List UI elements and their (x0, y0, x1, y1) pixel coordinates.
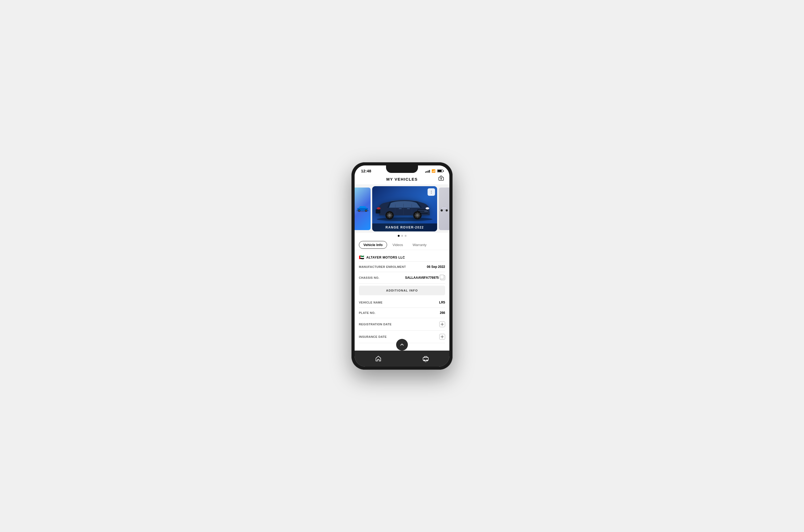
carousel-next-item (439, 188, 450, 230)
add-vehicle-button[interactable] (438, 175, 444, 183)
carousel-main-item[interactable]: RANGE ROVER-2022 ⋮ (372, 186, 437, 231)
prev-car-image (354, 188, 370, 230)
page-title: MY VEHICLES (386, 177, 418, 182)
add-insurance-date-button[interactable] (439, 334, 445, 340)
svg-rect-36 (424, 211, 428, 212)
chassis-number-row: CHASSIS NO. SALLAAAV6FA776975 (359, 272, 445, 284)
dot-3[interactable] (405, 235, 406, 237)
manufacturer-enrolment-label: MANUFACTURER ENROLMENT (359, 265, 406, 268)
status-time: 12:48 (361, 169, 371, 173)
manufacturer-enrolment-row: MANUFACTURER ENROLMENT 06 Sep 2022 (359, 262, 445, 272)
plate-number-value: 266 (440, 311, 445, 315)
app-header: MY VEHICLES (354, 175, 450, 185)
nav-home-button[interactable] (354, 355, 402, 362)
signal-bar-2 (426, 171, 427, 173)
nav-vehicles-button[interactable] (402, 355, 450, 362)
additional-info-button[interactable]: ADDITIONAL INFO (359, 286, 445, 295)
phone-screen: 12:48 📶 MY VEHICLES (354, 166, 450, 366)
carousel-prev-item (354, 188, 370, 230)
svg-point-38 (441, 209, 443, 211)
registration-date-row: REGISTRATION DATE (359, 318, 445, 331)
signal-bar-1 (425, 172, 426, 173)
next-car-image (439, 188, 450, 230)
tabs-container: Vehicle Info Videos Warranty (354, 239, 450, 250)
svg-point-6 (366, 210, 367, 211)
notch (386, 166, 418, 173)
phone-frame: 12:48 📶 MY VEHICLES (351, 162, 453, 370)
battery-fill (438, 170, 442, 172)
registration-date-label: REGISTRATION DATE (359, 323, 391, 326)
insurance-date-label: INSURANCE DATE (359, 335, 387, 338)
uae-flag-icon: 🇦🇪 (359, 255, 364, 260)
chassis-number-label: CHASSIS NO. (359, 276, 379, 279)
signal-icon (425, 169, 430, 173)
signal-bar-3 (428, 171, 428, 173)
bottom-nav (354, 350, 450, 366)
main-content: RANGE ROVER-2022 ⋮ (354, 185, 450, 350)
battery-icon (437, 169, 443, 172)
svg-point-5 (359, 210, 360, 211)
svg-rect-34 (399, 208, 401, 209)
svg-point-7 (377, 217, 432, 221)
tab-vehicle-info[interactable]: Vehicle Info (359, 241, 387, 249)
tab-videos[interactable]: Videos (388, 241, 407, 249)
dot-1[interactable] (398, 235, 400, 237)
svg-point-39 (446, 209, 448, 211)
carousel-track: RANGE ROVER-2022 ⋮ (354, 185, 450, 233)
svg-rect-11 (376, 209, 380, 214)
copy-chassis-button[interactable] (440, 275, 445, 280)
plate-number-label: PLATE NO. (359, 311, 376, 315)
car-label: RANGE ROVER-2022 (372, 224, 437, 231)
plate-number-row: PLATE NO. 266 (359, 308, 445, 318)
dot-2[interactable] (401, 235, 403, 237)
wifi-icon: 📶 (432, 169, 436, 173)
svg-point-14 (377, 207, 380, 210)
carousel-menu-button[interactable]: ⋮ (427, 188, 435, 196)
svg-rect-35 (407, 208, 410, 209)
add-registration-date-button[interactable] (439, 321, 445, 327)
signal-bar-4 (429, 170, 430, 173)
vehicle-name-label: VEHICLE NAME (359, 301, 383, 304)
carousel-dots (354, 233, 450, 239)
status-icons: 📶 (425, 169, 443, 173)
fab-scroll-up-button[interactable] (396, 339, 408, 350)
vehicle-carousel[interactable]: RANGE ROVER-2022 ⋮ (354, 185, 450, 233)
dealer-row: 🇦🇪 ALTAYER MOTORS LLC (359, 253, 445, 262)
vehicle-name-value: LR5 (439, 301, 445, 304)
vehicle-info-section: 🇦🇪 ALTAYER MOTORS LLC MANUFACTURER ENROL… (354, 250, 450, 346)
tab-warranty[interactable]: Warranty (408, 241, 431, 249)
dealer-name: ALTAYER MOTORS LLC (366, 255, 405, 259)
chassis-number-value: SALLAAAV6FA776975 (405, 275, 445, 280)
svg-point-13 (426, 208, 428, 209)
manufacturer-enrolment-value: 06 Sep 2022 (427, 265, 445, 269)
vehicle-name-row: VEHICLE NAME LR5 (359, 298, 445, 308)
